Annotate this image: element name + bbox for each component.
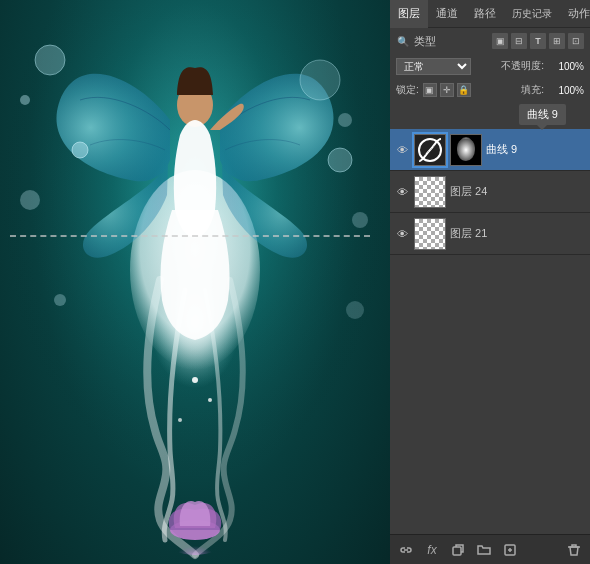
lock-all-btn[interactable]: 🔒 — [457, 83, 471, 97]
svg-point-3 — [165, 525, 225, 555]
lock-row: 锁定: ▣ ✛ 🔒 填充: 100% — [390, 78, 590, 102]
svg-point-18 — [208, 398, 212, 402]
fill-value: 100% — [548, 85, 584, 96]
canvas-image — [0, 0, 390, 564]
main-container: 图层 通道 路径 历史记录 动作 🔍 类型 ▣ ⊟ T ⊞ ⊡ 正常 不透明度:… — [0, 0, 590, 564]
tab-paths[interactable]: 路径 — [466, 0, 504, 28]
svg-point-6 — [35, 45, 65, 75]
svg-line-20 — [419, 139, 441, 161]
new-fill-layer-btn[interactable] — [448, 540, 468, 560]
tabs-row: 图层 通道 路径 历史记录 动作 — [390, 0, 590, 28]
filter-smart-icon[interactable]: ⊡ — [568, 33, 584, 49]
layer-thumb-curves9 — [414, 134, 446, 166]
search-label: 类型 — [414, 34, 488, 49]
eye-icon-curves9[interactable]: 👁 — [394, 142, 410, 158]
lock-icons: ▣ ✛ 🔒 — [423, 83, 471, 97]
svg-point-17 — [178, 418, 182, 422]
filter-shape-icon[interactable]: ⊞ — [549, 33, 565, 49]
delete-layer-btn[interactable] — [564, 540, 584, 560]
tab-actions[interactable]: 动作 — [560, 0, 590, 28]
svg-point-22 — [458, 137, 474, 159]
layer-mask-curves9 — [450, 134, 482, 166]
layer-item-21[interactable]: 👁 图层 21 — [390, 213, 590, 255]
svg-point-8 — [72, 142, 88, 158]
eye-icon-21[interactable]: 👁 — [394, 226, 410, 242]
filter-pixel-icon[interactable]: ▣ — [492, 33, 508, 49]
tab-layers[interactable]: 图层 — [390, 0, 428, 28]
new-group-btn[interactable] — [474, 540, 494, 560]
lock-pixel-btn[interactable]: ▣ — [423, 83, 437, 97]
svg-rect-24 — [453, 547, 461, 555]
layer-item-24[interactable]: 👁 图层 24 — [390, 171, 590, 213]
svg-point-13 — [346, 301, 364, 319]
panels-area: 图层 通道 路径 历史记录 动作 🔍 类型 ▣ ⊟ T ⊞ ⊡ 正常 不透明度:… — [390, 0, 590, 564]
link-layers-btn[interactable] — [396, 540, 416, 560]
svg-rect-21 — [451, 135, 481, 165]
filter-text-icon[interactable]: T — [530, 33, 546, 49]
tab-channels[interactable]: 通道 — [428, 0, 466, 28]
svg-point-14 — [20, 95, 30, 105]
svg-point-7 — [300, 60, 340, 100]
blend-row: 正常 不透明度: 100% — [390, 54, 590, 78]
new-layer-btn[interactable] — [500, 540, 520, 560]
search-bar: 🔍 类型 ▣ ⊟ T ⊞ ⊡ — [390, 28, 590, 54]
lock-move-btn[interactable]: ✛ — [440, 83, 454, 97]
canvas-area[interactable] — [0, 0, 390, 564]
tooltip-container: 曲线 9 — [390, 102, 590, 127]
selection-line — [10, 235, 370, 237]
svg-point-16 — [192, 377, 198, 383]
layers-list: 👁 — [390, 129, 590, 534]
opacity-label: 不透明度: — [501, 59, 544, 73]
fx-btn[interactable]: fx — [422, 540, 442, 560]
eye-icon-24[interactable]: 👁 — [394, 184, 410, 200]
filter-adjust-icon[interactable]: ⊟ — [511, 33, 527, 49]
lock-label: 锁定: — [396, 83, 419, 97]
svg-point-10 — [20, 190, 40, 210]
svg-point-11 — [352, 212, 368, 228]
layer-thumb-21 — [414, 218, 446, 250]
blend-mode-select[interactable]: 正常 — [396, 58, 471, 75]
layer-thumb-24 — [414, 176, 446, 208]
search-icons: ▣ ⊟ T ⊞ ⊡ — [492, 33, 584, 49]
tooltip-label: 曲线 9 — [519, 104, 566, 125]
layer-name-21: 图层 21 — [450, 226, 586, 241]
layer-name-curves9: 曲线 9 — [486, 142, 586, 157]
tab-history[interactable]: 历史记录 — [504, 0, 560, 28]
opacity-value: 100% — [548, 61, 584, 72]
svg-point-12 — [54, 294, 66, 306]
layer-name-24: 图层 24 — [450, 184, 586, 199]
layer-item-curves9[interactable]: 👁 — [390, 129, 590, 171]
svg-point-9 — [328, 148, 352, 172]
svg-point-15 — [338, 113, 352, 127]
search-icon: 🔍 — [396, 34, 410, 48]
fill-label: 填充: — [521, 83, 544, 97]
bottom-toolbar: fx — [390, 534, 590, 564]
